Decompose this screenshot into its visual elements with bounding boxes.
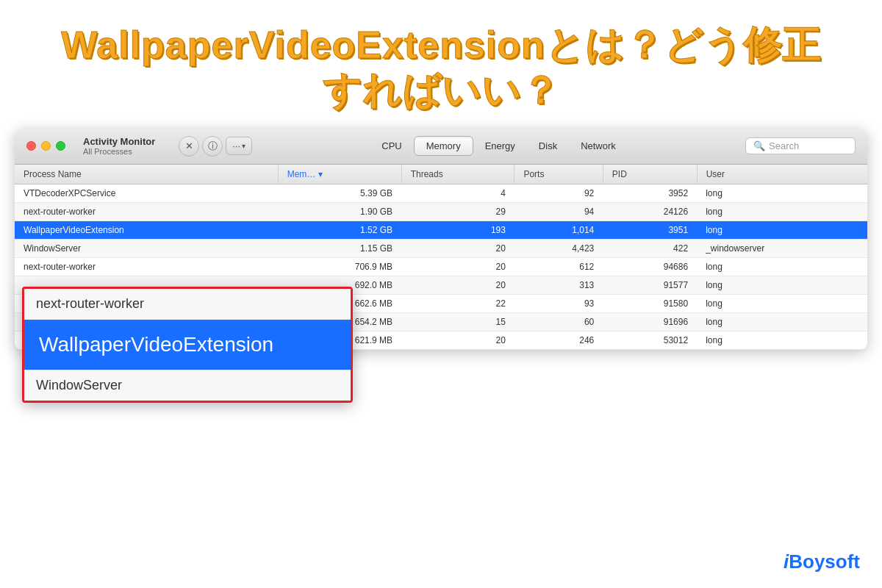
more-btn[interactable]: ··· ▾ <box>226 137 252 155</box>
col-pid[interactable]: PID <box>603 165 697 184</box>
page-title-area: WallpaperVideoExtensionとは？どう修正 すればいい？ <box>0 0 882 129</box>
cell-user: long <box>697 312 867 331</box>
cell-ports: 92 <box>514 184 603 202</box>
cell-pid: 94686 <box>603 257 697 276</box>
cell-pid: 91577 <box>603 276 697 294</box>
cell-pid: 3951 <box>603 220 697 239</box>
col-process-name[interactable]: Process Name <box>15 165 278 184</box>
table-row[interactable]: WindowServer 1.15 GB 20 4,423 422 _windo… <box>15 239 867 257</box>
cell-process-name: VTDecoderXPCService <box>15 184 278 202</box>
zoom-overlay: next-router-worker WallpaperVideoExtensi… <box>22 287 353 403</box>
cell-threads: 20 <box>401 239 514 257</box>
table-row[interactable]: next-router-worker 706.9 MB 20 612 94686… <box>15 257 867 276</box>
cell-pid: 24126 <box>603 202 697 220</box>
cell-threads: 22 <box>401 294 514 312</box>
tab-memory[interactable]: Memory <box>414 136 473 156</box>
traffic-lights <box>26 141 65 151</box>
iboysoft-text: Boysoft <box>789 551 860 573</box>
cell-memory: 706.9 MB <box>278 257 401 276</box>
cell-memory: 5.39 GB <box>278 184 401 202</box>
app-info: Activity Monitor All Processes <box>83 136 155 156</box>
zoom-row-1: next-router-worker <box>24 289 351 320</box>
cell-process-name: next-router-worker <box>15 202 278 220</box>
search-placeholder: Search <box>769 140 799 151</box>
cell-process-name: WallpaperVideoExtension <box>15 220 278 239</box>
col-ports[interactable]: Ports <box>514 165 603 184</box>
cell-ports: 313 <box>514 276 603 294</box>
iboysoft-logo: iBoysoft <box>784 551 860 573</box>
cell-user: long <box>697 220 867 239</box>
close-process-btn[interactable]: ✕ <box>179 136 199 157</box>
cell-user: _windowserver <box>697 239 867 257</box>
tab-energy[interactable]: Energy <box>473 137 527 155</box>
cell-ports: 93 <box>514 294 603 312</box>
dropdown-arrow: ▾ <box>242 142 245 150</box>
cell-threads: 15 <box>401 312 514 331</box>
table-row[interactable]: VTDecoderXPCService 5.39 GB 4 92 3952 lo… <box>15 184 867 202</box>
page-title: WallpaperVideoExtensionとは？どう修正 すればいい？ <box>15 22 867 114</box>
cell-pid: 53012 <box>603 331 697 349</box>
minimize-button[interactable] <box>41 141 51 151</box>
cell-pid: 3952 <box>603 184 697 202</box>
col-memory[interactable]: Mem… ▾ <box>278 165 401 184</box>
cell-memory: 1.15 GB <box>278 239 401 257</box>
cell-threads: 20 <box>401 331 514 349</box>
cell-threads: 4 <box>401 184 514 202</box>
cell-user: long <box>697 331 867 349</box>
cell-memory: 1.52 GB <box>278 220 401 239</box>
title-line2: すればいい？ <box>323 69 560 112</box>
zoom-row-selected: WallpaperVideoExtension <box>24 320 351 370</box>
cell-user: long <box>697 202 867 220</box>
table-row[interactable]: WallpaperVideoExtension 1.52 GB 193 1,01… <box>15 220 867 239</box>
cell-process-name: next-router-worker <box>15 257 278 276</box>
cell-threads: 193 <box>401 220 514 239</box>
app-subtitle: All Processes <box>83 147 155 156</box>
close-button[interactable] <box>26 141 36 151</box>
cell-memory: 1.90 GB <box>278 202 401 220</box>
maximize-button[interactable] <box>56 141 65 151</box>
cell-ports: 246 <box>514 331 603 349</box>
cell-threads: 29 <box>401 202 514 220</box>
table-row[interactable]: next-router-worker 1.90 GB 29 94 24126 l… <box>15 202 867 220</box>
tab-cpu[interactable]: CPU <box>370 137 413 155</box>
info-btn[interactable]: ⓘ <box>202 136 223 157</box>
cell-ports: 4,423 <box>514 239 603 257</box>
search-box[interactable]: 🔍 Search <box>745 137 856 154</box>
cell-ports: 612 <box>514 257 603 276</box>
cell-ports: 60 <box>514 312 603 331</box>
cell-pid: 91580 <box>603 294 697 312</box>
cell-pid: 422 <box>603 239 697 257</box>
tab-disk[interactable]: Disk <box>527 137 569 155</box>
tab-network[interactable]: Network <box>569 137 628 155</box>
cell-threads: 20 <box>401 257 514 276</box>
cell-threads: 20 <box>401 276 514 294</box>
col-threads[interactable]: Threads <box>401 165 514 184</box>
more-icon: ··· <box>232 140 240 151</box>
search-icon: 🔍 <box>753 140 765 151</box>
col-user[interactable]: User <box>697 165 867 184</box>
titlebar: Activity Monitor All Processes ✕ ⓘ ··· ▾… <box>15 129 867 165</box>
tab-bar: CPU Memory Energy Disk Network <box>264 136 734 156</box>
toolbar-icons: ✕ ⓘ ··· ▾ <box>179 136 252 157</box>
title-line1: WallpaperVideoExtensionとは？どう修正 <box>61 24 821 66</box>
cell-user: long <box>697 294 867 312</box>
app-name: Activity Monitor <box>83 136 155 147</box>
cell-user: long <box>697 184 867 202</box>
zoom-row-3: WindowServer <box>24 370 351 401</box>
cell-user: long <box>697 276 867 294</box>
cell-user: long <box>697 257 867 276</box>
cell-ports: 94 <box>514 202 603 220</box>
cell-process-name: WindowServer <box>15 239 278 257</box>
cell-pid: 91696 <box>603 312 697 331</box>
cell-ports: 1,014 <box>514 220 603 239</box>
